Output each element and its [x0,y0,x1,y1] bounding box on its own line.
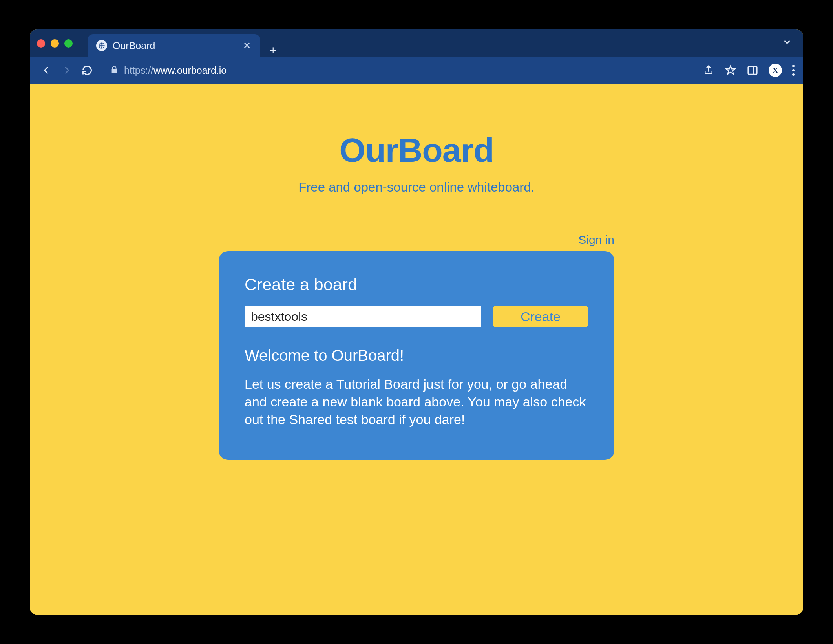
url-host: www.ourboard.io [153,65,227,76]
create-button[interactable]: Create [493,306,588,327]
browser-tab[interactable]: OurBoard ✕ [88,34,260,57]
product-logo: OurBoard [339,131,493,170]
bookmark-star-icon[interactable] [725,64,736,76]
browser-window: OurBoard ✕ + https://www.ourboard.io [30,29,803,615]
maximize-window-button[interactable] [64,39,73,48]
toolbar-right: X [703,64,795,77]
close-window-button[interactable] [37,39,45,48]
profile-letter: X [772,65,778,75]
share-icon[interactable] [703,64,714,76]
tagline: Free and open-source online whiteboard. [298,180,535,195]
create-heading: Create a board [245,275,588,294]
tab-strip: OurBoard ✕ + [30,29,803,57]
create-board-card: Create a board Create Welcome to OurBoar… [219,251,614,460]
create-row: Create [245,306,588,327]
back-button[interactable] [38,62,54,78]
profile-avatar[interactable]: X [769,64,782,77]
page-content: OurBoard Free and open-source online whi… [30,84,803,615]
tab-title: OurBoard [113,40,237,51]
welcome-body: Let us create a Tutorial Board just for … [245,375,588,428]
welcome-heading: Welcome to OurBoard! [245,347,588,364]
url-field[interactable]: https://www.ourboard.io [103,60,691,80]
url-text: https://www.ourboard.io [124,65,227,76]
card-wrapper: Sign in Create a board Create Welcome to… [219,233,614,460]
signin-link[interactable]: Sign in [578,233,614,246]
address-bar: https://www.ourboard.io X [30,57,803,84]
window-controls [37,39,73,48]
side-panel-icon[interactable] [747,64,758,76]
tabs-container: OurBoard ✕ + [88,29,782,57]
minimize-window-button[interactable] [51,39,59,48]
new-tab-button[interactable]: + [270,44,277,57]
kebab-menu-icon[interactable] [792,65,795,76]
forward-button[interactable] [59,62,75,78]
tabs-dropdown-icon[interactable] [782,37,792,49]
reload-button[interactable] [79,62,95,78]
svg-rect-1 [748,66,757,74]
close-tab-icon[interactable]: ✕ [242,40,252,51]
signin-row: Sign in [219,233,614,247]
globe-icon [96,40,107,51]
board-name-input[interactable] [245,306,481,327]
url-scheme: https:// [124,65,153,76]
lock-icon [110,65,119,76]
